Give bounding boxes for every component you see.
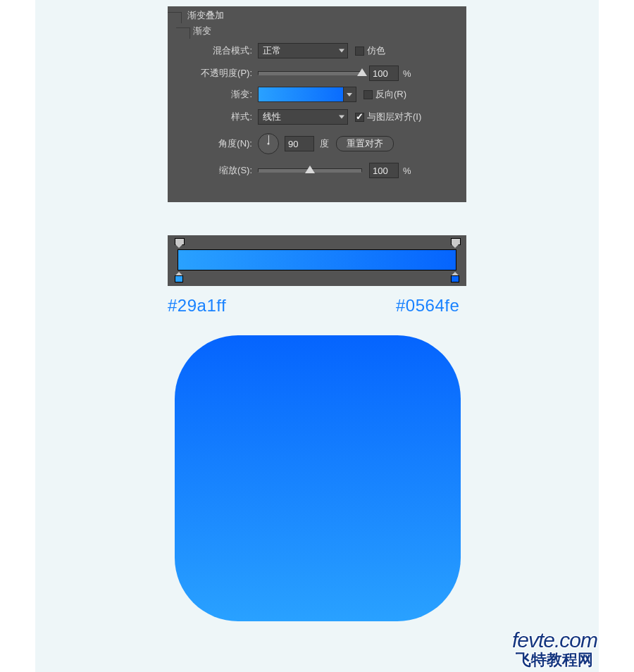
angle-value-input[interactable]: 90 (285, 136, 314, 151)
watermark-line1: fevte.com (512, 629, 597, 652)
slider-thumb-icon (305, 166, 315, 173)
angle-value: 90 (288, 139, 298, 149)
opacity-label: 不透明度(P): (168, 67, 252, 80)
style-row: 样式: 线性 与图层对齐(I) (168, 109, 466, 125)
scale-unit: % (403, 166, 411, 176)
blend-mode-select[interactable]: 正常 (258, 43, 348, 58)
align-with-layer-label: 与图层对齐(I) (367, 111, 421, 123)
scale-label: 缩放(S): (168, 164, 252, 177)
chevron-down-icon (339, 49, 344, 53)
style-label: 样式: (168, 111, 252, 123)
gradient-label: 渐变: (168, 88, 252, 101)
scale-value-input[interactable]: 100 (369, 163, 399, 178)
color-stop-left-swatch (175, 275, 183, 282)
panel-inner-edge-decor (176, 27, 190, 39)
gradient-editor (168, 235, 466, 286)
opacity-value: 100 (373, 68, 388, 79)
chevron-down-icon (339, 116, 344, 119)
scale-row: 缩放(S): 100 % (168, 163, 466, 178)
style-select[interactable]: 线性 (258, 109, 348, 125)
angle-label: 角度(N): (168, 137, 252, 150)
blend-mode-row: 混合模式: 正常 仿色 (168, 43, 466, 58)
scale-value: 100 (373, 166, 388, 176)
watermark-line2: 飞特教程网 (512, 652, 597, 668)
opacity-slider[interactable] (258, 71, 362, 75)
opacity-row: 不透明度(P): 100 % (168, 66, 466, 81)
angle-unit: 度 (320, 137, 329, 150)
slider-thumb-icon (357, 68, 367, 76)
color-stop-right-swatch (451, 275, 459, 282)
opacity-stop-left[interactable] (175, 238, 183, 248)
angle-row: 角度(N): 90 度 重置对齐 (168, 133, 466, 154)
opacity-stop-right[interactable] (451, 238, 459, 248)
reset-alignment-button[interactable]: 重置对齐 (336, 136, 394, 151)
opacity-unit: % (403, 68, 411, 79)
gradient-bar[interactable] (178, 249, 456, 270)
panel-group-title: 渐变叠加 (187, 9, 224, 22)
reset-alignment-label: 重置对齐 (347, 137, 383, 150)
watermark: fevte.com 飞特教程网 (512, 629, 597, 668)
reverse-label: 反向(R) (375, 88, 406, 101)
gradient-row: 渐变: 反向(R) (168, 87, 466, 102)
dither-checkbox[interactable] (355, 46, 364, 56)
blend-mode-label: 混合模式: (168, 44, 252, 57)
gradient-overlay-panel: 渐变叠加 渐变 混合模式: 正常 仿色 不透明度(P): 100 % (168, 6, 466, 202)
gradient-swatch-picker[interactable] (258, 87, 356, 102)
style-value: 线性 (263, 111, 281, 123)
opacity-value-input[interactable]: 100 (369, 66, 399, 81)
panel-edge-decor (168, 12, 182, 23)
panel-section-title: 渐变 (193, 25, 211, 37)
color-stop-right[interactable] (451, 272, 459, 282)
blend-mode-value: 正常 (263, 44, 281, 57)
hex-label-left: #29a1ff (168, 296, 226, 316)
result-preview-squircle (175, 335, 461, 621)
hex-label-right: #0564fe (396, 296, 459, 316)
scale-slider[interactable] (258, 168, 362, 173)
page-canvas: 渐变叠加 渐变 混合模式: 正常 仿色 不透明度(P): 100 % (35, 0, 599, 672)
color-stop-left[interactable] (175, 272, 183, 282)
reverse-checkbox[interactable] (363, 90, 373, 99)
gradient-dropdown-button[interactable] (343, 87, 356, 101)
align-with-layer-checkbox[interactable] (355, 113, 364, 122)
angle-dial[interactable] (258, 133, 279, 154)
dither-label: 仿色 (367, 44, 385, 57)
